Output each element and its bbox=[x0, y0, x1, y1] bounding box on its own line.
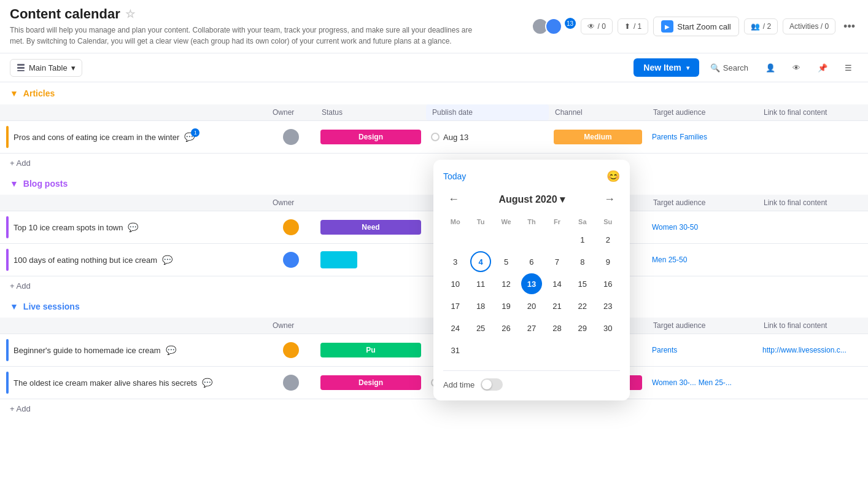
cal-day-31[interactable]: 31 bbox=[445, 340, 466, 361]
status-cell[interactable]: Design bbox=[316, 127, 426, 147]
invite-button[interactable]: ⬆ / 1 bbox=[618, 18, 648, 34]
cal-day-24[interactable]: 24 bbox=[445, 318, 466, 338]
cal-day-21[interactable]: 21 bbox=[546, 295, 567, 316]
prev-month-button[interactable]: ← bbox=[443, 190, 464, 208]
owner-cell bbox=[266, 249, 316, 270]
channel-badge[interactable]: Medium bbox=[554, 130, 642, 144]
cal-day-16[interactable]: 16 bbox=[597, 273, 618, 294]
comment-icon[interactable]: 💬 bbox=[162, 255, 172, 265]
cal-day-4-today[interactable]: 4 bbox=[470, 251, 491, 272]
today-button[interactable]: Today bbox=[443, 171, 466, 181]
articles-toggle-icon[interactable]: ▼ bbox=[10, 88, 18, 98]
live-sessions-toggle-icon[interactable]: ▼ bbox=[10, 302, 18, 311]
status-badge[interactable]: Design bbox=[320, 130, 421, 144]
calendar-top-row: Today 😊 bbox=[443, 170, 620, 183]
audience-tag[interactable]: Men 25-50 bbox=[652, 256, 687, 264]
activities-button[interactable]: Activities / 0 bbox=[783, 18, 835, 34]
view-count-button[interactable]: 👁 / 0 bbox=[581, 18, 613, 34]
cal-day-19[interactable]: 19 bbox=[496, 295, 517, 316]
cal-day-22[interactable]: 22 bbox=[572, 295, 593, 316]
cal-day-29[interactable]: 29 bbox=[572, 318, 593, 338]
link-cell[interactable]: http://www.livesession.c... bbox=[758, 343, 868, 357]
cal-day-25[interactable]: 25 bbox=[470, 318, 491, 338]
calendar-month-title[interactable]: August 2020 ▾ bbox=[498, 193, 564, 205]
date-cell[interactable]: Aug 13 bbox=[426, 130, 549, 144]
col-header-audience: Target audience bbox=[647, 104, 758, 120]
status-cell[interactable]: Pu bbox=[316, 340, 426, 360]
cal-day-12[interactable]: 12 bbox=[496, 273, 517, 294]
owner-avatar bbox=[283, 129, 299, 145]
live-sessions-add-row[interactable]: + Add bbox=[0, 399, 868, 418]
filter-button[interactable]: ☰ bbox=[839, 60, 858, 76]
status-badge[interactable]: Need bbox=[320, 220, 421, 235]
cal-day-2[interactable]: 2 bbox=[597, 229, 618, 250]
cal-day-empty bbox=[597, 340, 618, 361]
cal-day-5[interactable]: 5 bbox=[496, 251, 517, 272]
status-cell[interactable]: Need bbox=[316, 217, 426, 237]
row-name: Pros and cons of eating ice cream in the… bbox=[14, 133, 179, 142]
status-badge[interactable]: Design bbox=[320, 375, 421, 390]
date-text[interactable]: Aug 13 bbox=[443, 133, 468, 142]
row-name: 100 days of eating nothing but ice cream bbox=[14, 256, 157, 265]
link-cell bbox=[758, 257, 868, 262]
title-area: Content calendar ☆ This board will help … bbox=[10, 6, 524, 47]
cal-day-28[interactable]: 28 bbox=[546, 318, 567, 338]
row-name-cell: Pros and cons of eating ice cream in the… bbox=[0, 121, 266, 153]
owner-avatar bbox=[283, 219, 299, 235]
col-header-owner: Owner bbox=[266, 318, 316, 334]
audience-tag[interactable]: Families bbox=[680, 133, 707, 141]
audience-tag[interactable]: Women 30-... bbox=[652, 378, 696, 387]
status-badge[interactable]: Pu bbox=[320, 343, 421, 357]
emoji-button[interactable]: 😊 bbox=[606, 170, 620, 183]
cal-day-3[interactable]: 3 bbox=[445, 251, 466, 272]
cal-day-7[interactable]: 7 bbox=[546, 251, 567, 272]
cal-day-6[interactable]: 6 bbox=[521, 251, 542, 272]
cal-day-26[interactable]: 26 bbox=[496, 318, 517, 338]
row-color-bar bbox=[6, 339, 9, 361]
cal-day-9[interactable]: 9 bbox=[597, 251, 618, 272]
person-icon-button[interactable]: 👤 bbox=[759, 60, 781, 76]
eye-filter-button[interactable]: 👁 bbox=[786, 60, 807, 76]
status-cell[interactable]: Design bbox=[316, 373, 426, 392]
pin-button[interactable]: 📌 bbox=[812, 60, 834, 76]
cal-day-23[interactable]: 23 bbox=[597, 295, 618, 316]
audience-tag[interactable]: Parents bbox=[652, 133, 677, 141]
main-table-view-button[interactable]: Main Table ▾ bbox=[10, 59, 82, 77]
comment-icon[interactable]: 💬 bbox=[166, 345, 176, 355]
people-button[interactable]: 👥 / 2 bbox=[744, 18, 778, 34]
col-header-link: Link to final content bbox=[758, 104, 868, 120]
comment-icon[interactable]: 💬 bbox=[128, 222, 138, 232]
audience-tag[interactable]: Parents bbox=[652, 346, 677, 354]
cal-day-11[interactable]: 11 bbox=[470, 273, 491, 294]
search-button[interactable]: 🔍 Search bbox=[704, 60, 754, 76]
cal-day-27[interactable]: 27 bbox=[521, 318, 542, 338]
cal-day-15[interactable]: 15 bbox=[572, 273, 593, 294]
owner-cell bbox=[266, 372, 316, 393]
blog-posts-toggle-icon[interactable]: ▼ bbox=[10, 179, 18, 189]
comment-icon[interactable]: 💬 bbox=[202, 378, 212, 388]
audience-cell: Parents Families bbox=[647, 130, 758, 144]
zoom-call-button[interactable]: ▶ Start Zoom call bbox=[653, 17, 738, 36]
audience-tag[interactable]: Women 30-50 bbox=[652, 223, 698, 232]
channel-cell: Medium bbox=[549, 127, 647, 147]
comment-icon[interactable]: 💬1 bbox=[184, 132, 195, 142]
audience-tag[interactable]: Men 25-... bbox=[699, 378, 732, 387]
cal-day-20[interactable]: 20 bbox=[521, 295, 542, 316]
next-month-button[interactable]: → bbox=[599, 190, 620, 208]
new-item-button[interactable]: New Item ▾ bbox=[634, 58, 699, 77]
cal-day-13-selected[interactable]: 13 bbox=[521, 273, 542, 294]
cal-day-1[interactable]: 1 bbox=[572, 229, 593, 250]
cal-day-17[interactable]: 17 bbox=[445, 295, 466, 316]
col-header-link: Link to final content bbox=[758, 318, 868, 334]
cal-day-empty bbox=[546, 340, 567, 361]
cal-day-8[interactable]: 8 bbox=[572, 251, 593, 272]
more-options-button[interactable]: ••• bbox=[840, 17, 858, 36]
toolbar: Main Table ▾ New Item ▾ 🔍 Search 👤 👁 📌 ☰ bbox=[0, 53, 868, 82]
cal-day-10[interactable]: 10 bbox=[445, 273, 466, 294]
add-time-toggle[interactable] bbox=[481, 378, 503, 391]
cal-day-18[interactable]: 18 bbox=[470, 295, 491, 316]
cal-day-30[interactable]: 30 bbox=[597, 318, 618, 338]
cal-day-14[interactable]: 14 bbox=[546, 273, 567, 294]
star-icon[interactable]: ☆ bbox=[125, 7, 135, 21]
notification-badge: 13 bbox=[565, 18, 576, 29]
